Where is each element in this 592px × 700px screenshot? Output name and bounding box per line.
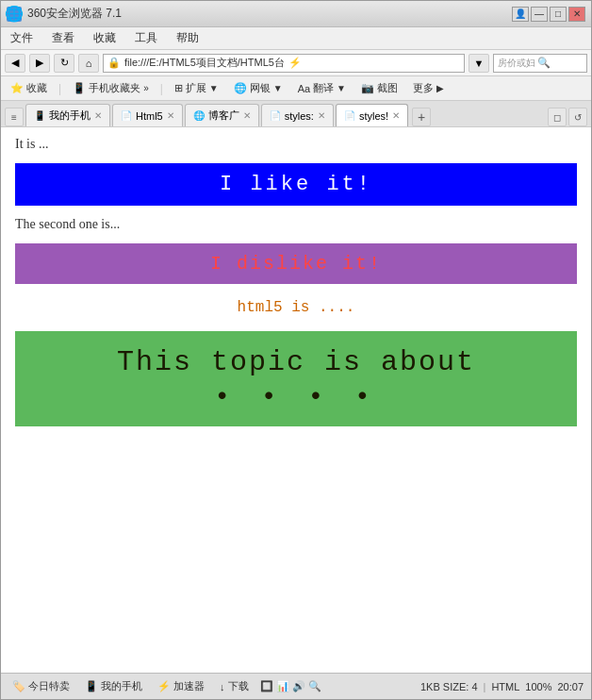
purple-banner-text: I dislike it! <box>210 253 382 275</box>
bookmark-screenshot[interactable]: 📷 截图 <box>357 79 402 97</box>
new-tab-button[interactable]: + <box>412 108 431 126</box>
tab-styles1[interactable]: 📄 styles: ✕ <box>261 104 334 126</box>
status-speed[interactable]: ⚡ 加速器 <box>154 677 208 695</box>
blue-banner-text: I like it! <box>220 173 372 196</box>
tab-refresh[interactable]: ↺ <box>568 108 587 126</box>
line1-text: It is ... <box>15 137 577 152</box>
tabs-list-button[interactable]: ≡ <box>5 108 24 126</box>
status-deals[interactable]: 🏷️ 今日特卖 <box>8 677 74 695</box>
tabs-bar: ≡ 📱 我的手机 ✕ 📄 Html5 ✕ 🌐 博客广 ✕ 📄 styles: ✕… <box>1 101 591 127</box>
bookmark-more[interactable]: 更多 ▶ <box>409 79 448 97</box>
green-banner: This topic is about • • • • <box>15 331 577 426</box>
status-phone[interactable]: 📱 我的手机 <box>81 677 146 695</box>
search-box[interactable]: 房价或妇 🔍 <box>493 54 587 73</box>
refresh-button[interactable]: ↻ <box>54 54 74 73</box>
star-icon: ⭐ <box>10 82 24 94</box>
orange-text: html5 is .... <box>15 295 577 320</box>
html5-tab-icon: 📄 <box>121 110 132 121</box>
tab-close-1[interactable]: ✕ <box>167 110 174 121</box>
line2-text: The second one is... <box>15 217 577 232</box>
title-bar: 🌐 360安全浏览器 7.1 👤 — □ ✕ <box>1 1 591 27</box>
close-button[interactable]: ✕ <box>568 7 585 22</box>
address-bar[interactable]: 🔒 file:///E:/HTML5项目文档/HTML5台 ⚡ <box>103 54 465 73</box>
bookmark-extensions[interactable]: ⊞ 扩展 ▼ <box>171 79 222 97</box>
browser-icon: 🌐 <box>7 7 22 22</box>
tab-my-phone[interactable]: 📱 我的手机 ✕ <box>25 104 110 126</box>
tab-scroll-back[interactable]: ◻ <box>548 108 567 126</box>
bookmark-favorites[interactable]: ⭐ 收藏 <box>7 79 51 97</box>
green-banner-text: This topic is about <box>117 346 475 378</box>
phone-tab-icon: 📱 <box>34 110 45 121</box>
dropdown-button[interactable]: ▼ <box>469 54 489 73</box>
separator-v: | <box>484 681 486 692</box>
menu-view[interactable]: 查看 <box>48 28 78 48</box>
browser-window: 🌐 360安全浏览器 7.1 👤 — □ ✕ 文件 查看 收藏 工具 帮助 ◀ … <box>0 0 592 700</box>
tab-html5[interactable]: 📄 Html5 ✕ <box>112 104 183 126</box>
nav-bar: ◀ ▶ ↻ ⌂ 🔒 file:///E:/HTML5项目文档/HTML5台 ⚡ … <box>1 50 591 76</box>
status-left: 🏷️ 今日特卖 📱 我的手机 ⚡ 加速器 ↓ 下载 🔲 📊 🔊 🔍 <box>8 677 321 695</box>
search-placeholder: 房价或妇 <box>498 57 535 70</box>
chevron-icon5: ▶ <box>436 83 444 93</box>
camera-icon: 📷 <box>361 82 374 94</box>
zoom-text: 100% <box>525 681 551 692</box>
styles1-tab-icon: 📄 <box>270 110 281 121</box>
dots-text: • • • • <box>214 382 378 411</box>
tab-extra-controls: ◻ ↺ <box>548 108 587 126</box>
back-button[interactable]: ◀ <box>5 54 25 73</box>
bank-icon: 🌐 <box>234 82 247 94</box>
tab-styles2[interactable]: 📄 styles! ✕ <box>336 104 408 126</box>
status-extra-icons: 🔲 📊 🔊 🔍 <box>260 680 321 692</box>
deals-icon: 🏷️ <box>12 680 25 692</box>
search-icon[interactable]: 🔍 <box>537 57 551 69</box>
encoding-text: HTML <box>491 681 519 692</box>
speed-icon: ⚡ <box>157 680 171 692</box>
blue-banner: I like it! <box>15 163 577 206</box>
menu-bar: 文件 查看 收藏 工具 帮助 <box>1 27 591 50</box>
maximize-button[interactable]: □ <box>550 7 567 22</box>
minimize-button[interactable]: — <box>531 7 548 22</box>
chevron-icon2: ▼ <box>209 83 219 93</box>
menu-favorites[interactable]: 收藏 <box>90 28 120 48</box>
address-text: file:///E:/HTML5项目文档/HTML5台 <box>124 56 285 70</box>
download-icon: ↓ <box>220 681 225 692</box>
window-controls: 👤 — □ ✕ <box>512 7 585 22</box>
menu-help[interactable]: 帮助 <box>173 28 203 48</box>
tab-close-0[interactable]: ✕ <box>94 110 102 121</box>
chevron-icon: » <box>143 83 149 93</box>
status-right: 1KB SIZE: 4 | HTML 100% 20:07 <box>420 681 584 692</box>
bookmarks-bar: ⭐ 收藏 | 📱 手机收藏夹 » | ⊞ 扩展 ▼ 🌐 网银 ▼ Aa 翻译 ▼… <box>1 76 591 101</box>
title-bar-left: 🌐 360安全浏览器 7.1 <box>7 6 122 22</box>
menu-file[interactable]: 文件 <box>7 28 37 48</box>
window-title: 360安全浏览器 7.1 <box>27 6 122 22</box>
status-bar: 🏷️ 今日特卖 📱 我的手机 ⚡ 加速器 ↓ 下载 🔲 📊 🔊 🔍 1KB SI… <box>1 673 591 699</box>
menu-tools[interactable]: 工具 <box>131 28 161 48</box>
bookmark-phone[interactable]: 📱 手机收藏夹 » <box>69 79 153 97</box>
translate-icon: Aa <box>298 83 310 94</box>
status-phone-icon: 📱 <box>85 680 98 692</box>
page-content: It is ... I like it! The second one is..… <box>1 127 591 673</box>
status-download[interactable]: ↓ 下载 <box>216 677 253 695</box>
home-button[interactable]: ⌂ <box>78 54 99 73</box>
purple-banner: I dislike it! <box>15 243 577 284</box>
phone-icon: 📱 <box>73 82 86 94</box>
tab-close-3[interactable]: ✕ <box>318 110 325 121</box>
tab-close-4[interactable]: ✕ <box>392 110 400 121</box>
tab-close-2[interactable]: ✕ <box>243 110 251 121</box>
chevron-icon3: ▼ <box>273 83 283 93</box>
tab-blog[interactable]: 🌐 博客广 ✕ <box>185 104 259 126</box>
styles2-tab-icon: 📄 <box>344 110 355 121</box>
file-size-text: 1KB SIZE: 4 <box>420 681 478 692</box>
chevron-icon4: ▼ <box>337 83 346 93</box>
grid-icon: ⊞ <box>174 82 183 94</box>
blog-tab-icon: 🌐 <box>193 110 205 121</box>
time-text: 20:07 <box>557 681 584 692</box>
separator: | <box>58 82 61 95</box>
bookmark-translate[interactable]: Aa 翻译 ▼ <box>294 79 350 97</box>
separator2: | <box>160 82 163 95</box>
bookmark-banking[interactable]: 🌐 网银 ▼ <box>230 79 287 97</box>
forward-button[interactable]: ▶ <box>29 54 50 73</box>
account-button[interactable]: 👤 <box>512 7 529 22</box>
